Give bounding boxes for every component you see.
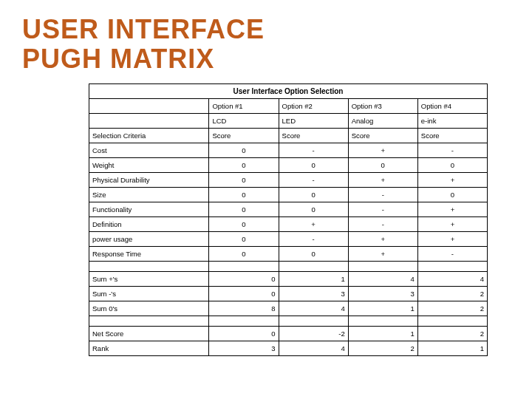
option-type: LED	[279, 114, 348, 129]
footer-row: Rank3421	[89, 341, 488, 356]
score-cell: 0	[417, 158, 487, 173]
score-cell: 0	[209, 247, 279, 262]
sum-row: Sum 0's8412	[89, 301, 488, 316]
sum-value: 3	[348, 287, 417, 301]
sum-value: 1	[348, 301, 417, 316]
score-cell: 0	[279, 247, 348, 262]
sum-label: Sum +'s	[89, 272, 209, 287]
footer-row: Net Score0-212	[89, 327, 488, 341]
criteria-row: power usage0-++	[89, 232, 488, 247]
criteria-name: power usage	[89, 232, 209, 247]
criteria-row: Response Time00+-	[89, 247, 488, 262]
blank-cell	[89, 99, 209, 114]
score-cell: +	[417, 232, 487, 247]
footer-value: 3	[209, 341, 279, 356]
score-cell: 0	[209, 232, 279, 247]
sum-row: Sum +'s0144	[89, 272, 488, 287]
criteria-name: Response Time	[89, 247, 209, 262]
criteria-row: Weight0000	[89, 158, 488, 173]
score-cell: +	[348, 247, 417, 262]
footer-value: 2	[348, 341, 417, 356]
option-type: LCD	[209, 114, 279, 129]
blank-cell	[89, 114, 209, 129]
footer-value: 0	[209, 327, 279, 341]
option-type: Analog	[348, 114, 417, 129]
score-cell: 0	[209, 188, 279, 202]
sum-label: Sum 0's	[89, 301, 209, 316]
score-cell: 0	[417, 188, 487, 202]
pugh-matrix-wrapper: User Interface Option Selection Option #…	[89, 83, 488, 356]
score-cell: 0	[348, 158, 417, 173]
score-cell: 0	[209, 217, 279, 232]
score-cell: 0	[209, 202, 279, 217]
criteria-name: Cost	[89, 143, 209, 158]
footer-value: 1	[417, 341, 487, 356]
score-cell: +	[417, 202, 487, 217]
footer-value: 2	[417, 327, 487, 341]
score-header: Score	[417, 129, 487, 143]
criteria-name: Weight	[89, 158, 209, 173]
criteria-name: Definition	[89, 217, 209, 232]
score-cell: 0	[279, 158, 348, 173]
score-cell: +	[279, 217, 348, 232]
criteria-header: Selection Criteria	[89, 129, 209, 143]
score-header: Score	[348, 129, 417, 143]
score-header-row: Selection Criteria Score Score Score Sco…	[89, 129, 488, 143]
score-header: Score	[279, 129, 348, 143]
score-cell: +	[348, 173, 417, 188]
score-cell: -	[348, 188, 417, 202]
footer-value: 1	[348, 327, 417, 341]
sum-value: 4	[417, 272, 487, 287]
score-cell: -	[417, 247, 487, 262]
spacer-row	[89, 262, 488, 272]
score-cell: -	[279, 173, 348, 188]
sum-label: Sum -'s	[89, 287, 209, 301]
spacer-row	[89, 316, 488, 327]
option-type: e-ink	[417, 114, 487, 129]
sum-value: 3	[279, 287, 348, 301]
score-cell: -	[348, 217, 417, 232]
option-header-row: Option #1 Option #2 Option #3 Option #4	[89, 99, 488, 114]
footer-label: Net Score	[89, 327, 209, 341]
sum-value: 1	[279, 272, 348, 287]
score-cell: 0	[279, 202, 348, 217]
sum-value: 2	[417, 287, 487, 301]
page-title: USER INTERFACE PUGH MATRIX	[22, 15, 510, 73]
option-header: Option #1	[209, 99, 279, 114]
sum-value: 2	[417, 301, 487, 316]
table-caption: User Interface Option Selection	[89, 84, 488, 99]
sum-value: 4	[348, 272, 417, 287]
pugh-matrix-table: User Interface Option Selection Option #…	[89, 83, 488, 356]
score-cell: -	[348, 202, 417, 217]
score-cell: +	[417, 217, 487, 232]
sum-value: 4	[279, 301, 348, 316]
score-cell: 0	[209, 173, 279, 188]
score-cell: -	[279, 232, 348, 247]
score-cell: +	[348, 232, 417, 247]
score-cell: +	[417, 173, 487, 188]
sum-value: 0	[209, 287, 279, 301]
title-line-1: USER INTERFACE	[22, 14, 265, 44]
footer-value: -2	[279, 327, 348, 341]
criteria-name: Size	[89, 188, 209, 202]
criteria-row: Cost0-+-	[89, 143, 488, 158]
sum-value: 0	[209, 272, 279, 287]
score-cell: -	[279, 143, 348, 158]
sum-value: 8	[209, 301, 279, 316]
criteria-name: Physical Durability	[89, 173, 209, 188]
score-header: Score	[209, 129, 279, 143]
criteria-row: Physical Durability0-++	[89, 173, 488, 188]
score-cell: -	[417, 143, 487, 158]
criteria-row: Size00-0	[89, 188, 488, 202]
criteria-name: Functionality	[89, 202, 209, 217]
title-line-2: PUGH MATRIX	[22, 44, 214, 74]
footer-label: Rank	[89, 341, 209, 356]
score-cell: 0	[209, 143, 279, 158]
sum-row: Sum -'s0332	[89, 287, 488, 301]
score-cell: 0	[209, 158, 279, 173]
criteria-row: Functionality00-+	[89, 202, 488, 217]
footer-value: 4	[279, 341, 348, 356]
option-header: Option #3	[348, 99, 417, 114]
option-type-row: LCD LED Analog e-ink	[89, 114, 488, 129]
score-cell: 0	[279, 188, 348, 202]
